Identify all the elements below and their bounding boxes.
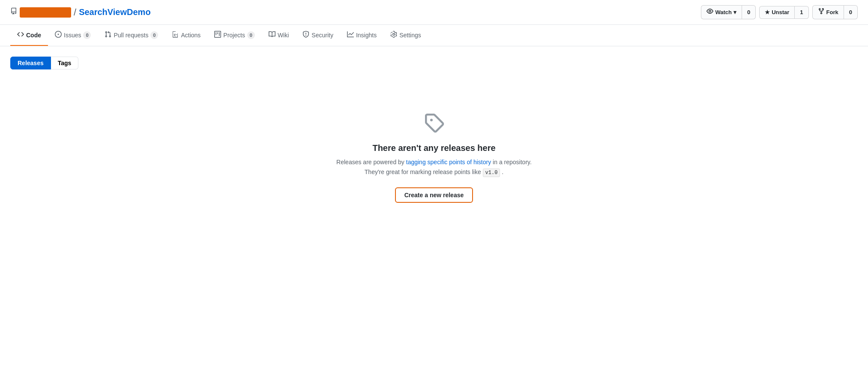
repo-sep: /	[74, 7, 76, 18]
tab-pull-requests[interactable]: Pull requests 0	[98, 25, 165, 46]
chevron-down-icon: ▾	[733, 9, 736, 16]
tab-issues-label: Issues	[64, 32, 81, 39]
repo-owner[interactable]	[20, 7, 71, 18]
code-icon	[17, 31, 24, 39]
tab-pull-requests-label: Pull requests	[114, 32, 148, 39]
empty-desc-link[interactable]: tagging specific points of history	[406, 159, 491, 165]
eye-icon	[706, 8, 713, 17]
tab-insights-label: Insights	[356, 32, 377, 39]
issues-badge: 0	[83, 31, 91, 39]
version-code: v1.0	[483, 168, 500, 177]
unstar-button[interactable]: ★ Unstar	[759, 6, 795, 19]
tab-wiki[interactable]: Wiki	[262, 25, 296, 46]
tab-settings[interactable]: Settings	[383, 25, 428, 46]
section-tabs: Releases Tags	[10, 57, 858, 69]
fork-count[interactable]: 0	[844, 5, 858, 19]
pull-requests-badge: 0	[150, 31, 158, 39]
watch-button[interactable]: Watch ▾	[701, 5, 742, 19]
empty-state: There aren't any releases here Releases …	[10, 78, 858, 237]
watch-btn-group: Watch ▾ 0	[701, 5, 756, 19]
fork-label: Fork	[826, 9, 838, 16]
empty-desc-line2-before: They're great for marking release points…	[365, 168, 481, 175]
tab-projects[interactable]: Projects 0	[207, 25, 262, 46]
actions-icon	[172, 31, 179, 39]
fork-btn-group: Fork 0	[812, 5, 858, 19]
tab-code[interactable]: Code	[10, 25, 48, 46]
tab-projects-label: Projects	[223, 32, 245, 39]
tab-insights[interactable]: Insights	[340, 25, 383, 46]
tab-code-label: Code	[26, 32, 41, 39]
tab-security-label: Security	[311, 32, 333, 39]
issue-icon	[55, 31, 62, 39]
pr-icon	[105, 31, 111, 39]
projects-badge: 0	[247, 31, 255, 39]
star-btn-group: ★ Unstar 1	[759, 6, 808, 19]
tab-actions[interactable]: Actions	[165, 25, 207, 46]
star-icon: ★	[765, 9, 770, 16]
tags-tab[interactable]: Tags	[51, 57, 79, 69]
tab-wiki-label: Wiki	[278, 32, 289, 39]
fork-button[interactable]: Fork	[812, 5, 844, 19]
header-actions: Watch ▾ 0 ★ Unstar 1 Fork 0	[697, 5, 858, 19]
unstar-label: Unstar	[772, 9, 789, 16]
watch-label: Watch	[715, 9, 732, 16]
projects-icon	[214, 31, 221, 39]
repo-title: / SearchViewDemo	[10, 7, 151, 18]
empty-title: There aren't any releases here	[372, 143, 495, 153]
security-icon	[302, 31, 309, 39]
page-header: / SearchViewDemo Watch ▾ 0 ★ Unstar 1	[0, 0, 868, 25]
star-count[interactable]: 1	[795, 6, 808, 19]
watch-count[interactable]: 0	[742, 5, 756, 19]
settings-icon	[390, 31, 397, 39]
empty-desc-middle: in a repository.	[493, 159, 532, 165]
create-release-button[interactable]: Create a new release	[395, 187, 473, 203]
tab-security[interactable]: Security	[296, 25, 340, 46]
tab-settings-label: Settings	[399, 32, 421, 39]
insights-icon	[347, 31, 354, 39]
releases-tab[interactable]: Releases	[10, 57, 51, 69]
empty-desc: Releases are powered by tagging specific…	[336, 157, 532, 177]
repo-icon	[10, 8, 17, 17]
tag-icon	[424, 112, 444, 136]
empty-desc-line2-after: .	[502, 168, 503, 175]
empty-desc-before: Releases are powered by	[336, 159, 404, 165]
main-content: Releases Tags There aren't any releases …	[0, 46, 868, 247]
repo-name[interactable]: SearchViewDemo	[79, 7, 151, 17]
fork-icon	[818, 8, 825, 17]
tab-issues[interactable]: Issues 0	[48, 25, 98, 46]
wiki-icon	[269, 31, 275, 39]
repo-nav: Code Issues 0 Pull requests 0 Actions	[0, 25, 868, 46]
tab-actions-label: Actions	[181, 32, 201, 39]
